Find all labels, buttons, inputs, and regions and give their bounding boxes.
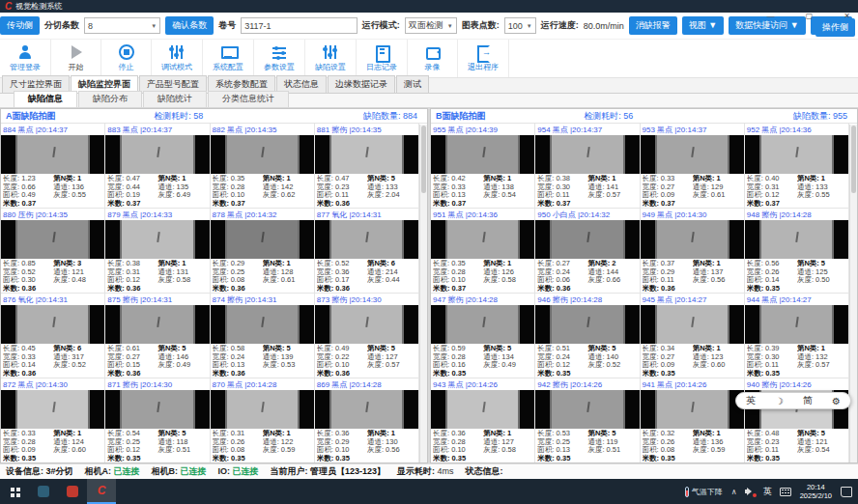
ime-item-2[interactable]: ☽ — [775, 396, 784, 406]
chart-points-select[interactable]: 100▼ — [504, 17, 536, 34]
maximize-button[interactable]: ▢ — [806, 13, 814, 20]
action-label: 管理登录 — [10, 62, 41, 72]
defect-card[interactable]: 874 擦伤 |20:14:31长度: 0.58宽度: 0.24面积: 0.13… — [211, 294, 315, 378]
action-params-sliders[interactable]: 参数设置 — [254, 40, 305, 77]
scrollbar-thumb[interactable] — [851, 126, 856, 193]
confirm-count-button[interactable]: 确认条数 — [165, 16, 214, 35]
operator-side-button[interactable]: 操作侧 — [815, 18, 855, 37]
defect-details: 长度: 0.51宽度: 0.24面积: 0.12米数: 0.35第N类: 5通道… — [535, 344, 639, 378]
subtab-3[interactable]: 缺陷统计 — [143, 91, 207, 107]
action-label: 开始 — [69, 62, 84, 72]
taskbar-app-2[interactable] — [58, 479, 87, 504]
defect-meter: 米数: 0.36 — [317, 285, 366, 294]
action-stop[interactable]: 停止 — [101, 40, 152, 77]
minimize-button[interactable]: — — [767, 13, 775, 20]
notification-center-icon[interactable] — [841, 487, 852, 497]
tray-expand-icon[interactable]: ∧ — [731, 488, 737, 496]
run-speed-value: 80.0m/min — [584, 21, 624, 31]
taskbar-app-1[interactable] — [29, 479, 58, 504]
defect-card[interactable]: 947 擦伤 |20:14:28长度: 0.59宽度: 0.28面积: 0.16… — [431, 294, 535, 378]
defect-gray: 灰度: 0.56 — [693, 276, 742, 285]
defect-card[interactable]: 950 小白点 |20:14:32长度: 0.27宽度: 0.24面积: 0.0… — [535, 209, 640, 294]
defect-card[interactable]: 951 黑点 |20:14:36长度: 0.35宽度: 0.28面积: 0.10… — [431, 209, 535, 294]
panel-scrollbar[interactable] — [849, 125, 857, 462]
weather-widget[interactable]: 气温下降 — [685, 487, 723, 497]
defect-card[interactable]: 882 黑点 |20:14:35长度: 0.35宽度: 0.28面积: 0.10… — [211, 124, 315, 209]
thermometer-icon — [685, 487, 689, 497]
defect-card[interactable]: 943 黑点 |20:14:26长度: 0.36宽度: 0.28面积: 0.10… — [431, 378, 535, 463]
tab-7[interactable]: 测试 — [396, 75, 429, 93]
volume-icon[interactable] — [745, 487, 756, 496]
defect-card[interactable]: 955 黑点 |20:14:39长度: 0.42宽度: 0.33面积: 0.13… — [431, 124, 535, 209]
defect-card[interactable]: 954 黑点 |20:14:37长度: 0.38宽度: 0.30面积: 0.11… — [535, 124, 640, 209]
defect-mark — [261, 232, 265, 242]
start-button[interactable] — [0, 479, 29, 504]
action-user[interactable]: 管理登录 — [0, 40, 51, 77]
defect-class-info: 第N类: 1通道: 124灰度: 0.60 — [53, 430, 102, 462]
defect-card[interactable]: 873 擦伤 |20:14:30长度: 0.49宽度: 0.22面积: 0.10… — [315, 294, 419, 378]
action-log-book[interactable]: 日志记录 — [357, 40, 408, 77]
clear-alarm-button[interactable]: 消缺报警 — [629, 16, 677, 35]
panel-scrollbar[interactable] — [419, 125, 427, 462]
subtab-2[interactable]: 缺陷分布 — [78, 91, 142, 107]
action-debug-sliders[interactable]: 调试模式 — [152, 40, 203, 77]
ime-item-3[interactable]: 简 — [803, 394, 813, 407]
defect-card[interactable]: 948 擦伤 |20:14:28长度: 0.56宽度: 0.26面积: 0.14… — [745, 209, 849, 294]
defect-card[interactable]: 877 氧化 |20:14:31长度: 0.52宽度: 0.36面积: 0.17… — [315, 209, 419, 294]
tab-6[interactable]: 边缘数据记录 — [328, 75, 395, 93]
action-monitor[interactable]: 系统配置 — [203, 40, 254, 77]
defect-class-info: 第N类: 1通道: 138灰度: 0.54 — [483, 175, 532, 208]
defect-class-info: 第N类: 1通道: 129灰度: 0.61 — [693, 175, 742, 208]
defect-card[interactable]: 880 压伤 |20:14:35长度: 0.85宽度: 0.52面积: 0.30… — [1, 209, 105, 294]
action-record-camera[interactable]: 录像 — [408, 40, 458, 77]
defect-card[interactable]: 952 黑点 |20:14:36长度: 0.40宽度: 0.31面积: 0.12… — [745, 124, 849, 209]
defect-card[interactable]: 883 黑点 |20:14:37长度: 0.47宽度: 0.44面积: 0.19… — [105, 124, 210, 209]
scrollbar-thumb[interactable] — [421, 126, 426, 193]
defect-card[interactable]: 942 擦伤 |20:14:26长度: 0.53宽度: 0.25面积: 0.13… — [535, 378, 640, 463]
action-defect-sliders[interactable]: 缺陷设置 — [305, 40, 357, 77]
language-indicator[interactable]: 英 — [763, 486, 772, 498]
defect-card[interactable]: 941 黑点 |20:14:26长度: 0.32宽度: 0.26面积: 0.08… — [641, 378, 745, 463]
defect-meter: 米数: 0.35 — [747, 455, 796, 463]
drive-side-button[interactable]: 传动侧 — [0, 16, 40, 35]
defect-card[interactable]: 945 黑点 |20:14:27长度: 0.34宽度: 0.27面积: 0.09… — [641, 294, 745, 378]
ime-item-4[interactable]: ⚙ — [832, 396, 841, 406]
status-item-label: IO: — [218, 466, 233, 476]
defect-card[interactable]: 875 擦伤 |20:14:31长度: 0.61宽度: 0.27面积: 0.15… — [105, 294, 210, 378]
defect-card[interactable]: 946 擦伤 |20:14:28长度: 0.51宽度: 0.24面积: 0.12… — [535, 294, 640, 378]
defect-card[interactable]: 876 氧化 |20:14:31长度: 0.45宽度: 0.33面积: 0.14… — [1, 294, 105, 378]
defect-thumb-image — [1, 305, 104, 344]
subtab-1[interactable]: 缺陷信息 — [14, 91, 77, 107]
defect-card-header: 942 擦伤 |20:14:26 — [535, 378, 639, 390]
subtab-4[interactable]: 分类信息统计 — [208, 91, 289, 107]
slit-count-select[interactable]: 8▼ — [84, 17, 160, 34]
panel-title: B面缺陷拍图 — [436, 110, 584, 123]
defect-card[interactable]: 871 擦伤 |20:14:30长度: 0.54宽度: 0.25面积: 0.12… — [105, 378, 210, 463]
defect-card[interactable]: 870 黑点 |20:14:28长度: 0.31宽度: 0.26面积: 0.08… — [211, 378, 315, 463]
defect-card[interactable]: 949 黑点 |20:14:30长度: 0.37宽度: 0.29面积: 0.11… — [641, 209, 745, 294]
taskbar-app-active[interactable]: C — [87, 479, 116, 504]
view-menu-button[interactable]: 视图 ▼ — [682, 16, 724, 35]
action-play[interactable]: 开始 — [51, 40, 101, 77]
roll-number-input[interactable]: 3117-1 — [241, 17, 358, 34]
defect-gray: 灰度: 0.49 — [483, 361, 532, 370]
chevron-down-icon: ▼ — [151, 23, 157, 29]
taskbar-clock[interactable]: 20:14 2025/2/10 — [800, 483, 832, 500]
roll-number-label: 卷号 — [218, 19, 236, 32]
defect-thumb-image — [431, 220, 534, 259]
defect-meter: 米数: 0.37 — [433, 285, 482, 294]
defect-card-header: 875 擦伤 |20:14:31 — [105, 294, 209, 305]
defect-card[interactable]: 881 擦伤 |20:14:35长度: 0.47宽度: 0.23面积: 0.11… — [315, 124, 419, 209]
defect-card-header: 880 压伤 |20:14:35 — [1, 209, 104, 220]
defect-card[interactable]: 878 黑点 |20:14:32长度: 0.29宽度: 0.25面积: 0.08… — [211, 209, 315, 294]
keyboard-icon[interactable] — [780, 488, 791, 496]
ime-item-1[interactable]: 英 — [746, 394, 756, 407]
defect-card[interactable]: 879 黑点 |20:14:33长度: 0.38宽度: 0.31面积: 0.12… — [105, 209, 210, 294]
defect-card[interactable]: 953 黑点 |20:14:37长度: 0.33宽度: 0.27面积: 0.09… — [641, 124, 745, 209]
defect-card[interactable]: 872 黑点 |20:14:30长度: 0.33宽度: 0.28面积: 0.09… — [1, 378, 105, 463]
defect-card[interactable]: 884 黑点 |20:14:37长度: 1.23宽度: 0.66面积: 0.49… — [1, 124, 105, 209]
run-mode-select[interactable]: 双面检测▼ — [405, 17, 457, 34]
defect-card[interactable]: 944 黑点 |20:14:27长度: 0.39宽度: 0.30面积: 0.11… — [745, 294, 849, 378]
action-exit-door[interactable]: 退出程序 — [458, 40, 509, 77]
defect-card[interactable]: 869 黑点 |20:14:28长度: 0.36宽度: 0.29面积: 0.10… — [315, 378, 419, 463]
